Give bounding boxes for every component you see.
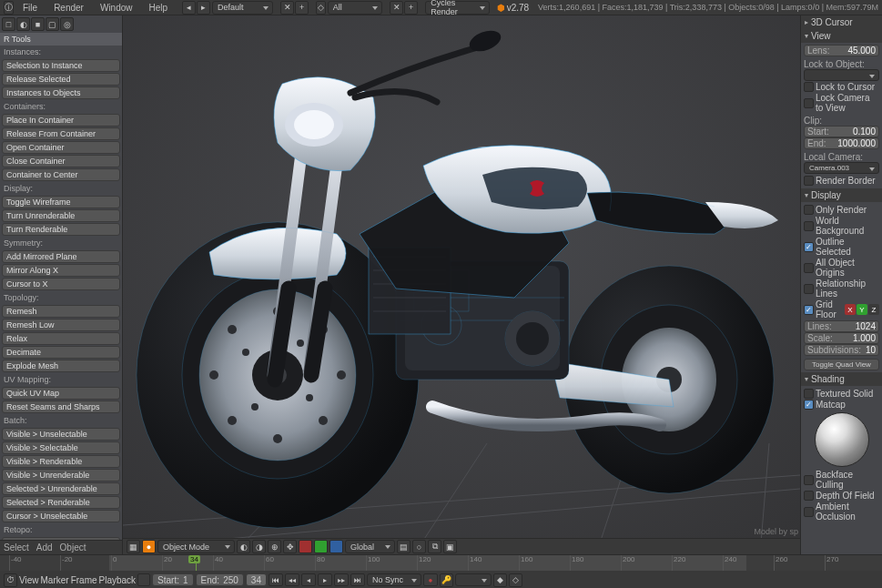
dof-check[interactable]: [804, 491, 814, 501]
orientation-dropdown[interactable]: Global: [345, 540, 395, 553]
shading-solid-icon[interactable]: ◐: [237, 540, 250, 553]
tl-menu-frame[interactable]: Frame: [71, 575, 97, 585]
delete-scene-icon[interactable]: ✕: [390, 1, 403, 15]
insert-key-icon[interactable]: ◆: [493, 573, 507, 587]
op-button[interactable]: Turn Renderable: [2, 223, 120, 236]
op-button[interactable]: Mirror Along X: [2, 264, 120, 277]
op-button[interactable]: Instances to Objects: [2, 86, 120, 99]
menu-help[interactable]: Help: [142, 2, 176, 14]
matcap-preview[interactable]: [815, 412, 869, 467]
fwd-icon[interactable]: ▸: [197, 1, 210, 15]
snap-icon[interactable]: ⧉: [428, 540, 441, 553]
start-frame-field[interactable]: Start:1: [152, 573, 193, 586]
op-button[interactable]: Toggle Wireframe: [2, 196, 120, 208]
outline-sel-check[interactable]: [804, 242, 814, 252]
clip-start-field[interactable]: Start:0.100: [804, 126, 879, 137]
axis-x-icon[interactable]: [299, 540, 312, 553]
op-button[interactable]: Place In Container: [2, 114, 120, 127]
grid-lines-field[interactable]: Lines:1024: [804, 320, 879, 332]
op-button[interactable]: Quick UV Map: [2, 387, 120, 400]
axis-z-toggle[interactable]: Z: [868, 304, 879, 315]
op-button[interactable]: Selected > Renderable: [2, 496, 120, 509]
op-button[interactable]: Release Selected: [2, 73, 120, 86]
back-icon[interactable]: ◂: [182, 1, 196, 15]
axis-z-icon[interactable]: [329, 540, 343, 553]
3d-viewport[interactable]: ▦ ● Object Mode ◐ ◑ ⊕ ✥ Global ▤ ○ ⧉ ▣ M…: [123, 15, 800, 554]
axis-x-toggle[interactable]: X: [845, 304, 856, 315]
footer-menu[interactable]: Select: [4, 542, 29, 553]
delete-layout-icon[interactable]: ✕: [280, 1, 294, 15]
tool-icon[interactable]: ◎: [60, 17, 74, 31]
play-rev-icon[interactable]: ◂: [301, 573, 316, 586]
delete-key-icon[interactable]: ◇: [509, 573, 522, 587]
op-button[interactable]: Visible > Unselectable: [2, 428, 120, 441]
range-toggle[interactable]: [137, 573, 150, 586]
op-button[interactable]: Relax: [2, 332, 120, 345]
jump-end-icon[interactable]: ⏭: [350, 573, 365, 586]
menu-file[interactable]: File: [15, 2, 45, 14]
render-region-icon[interactable]: ▣: [443, 540, 457, 553]
layers-icon[interactable]: ▤: [397, 540, 411, 553]
section-display[interactable]: Display: [801, 188, 882, 202]
op-button[interactable]: Visible > Selectable: [2, 441, 120, 454]
scene-browse-icon[interactable]: ◇: [316, 1, 326, 15]
world-bg-check[interactable]: [804, 221, 814, 231]
op-button[interactable]: Reset Seams and Sharps: [2, 400, 120, 413]
editor-type-icon[interactable]: ⏱: [4, 573, 17, 587]
tool-icon[interactable]: ■: [31, 17, 45, 31]
textured-solid-check[interactable]: [804, 389, 814, 399]
tl-menu-marker[interactable]: Marker: [41, 575, 69, 585]
backface-check[interactable]: [804, 475, 814, 485]
tool-icon[interactable]: □: [2, 17, 15, 31]
axis-y-toggle[interactable]: Y: [857, 304, 867, 315]
axis-y-icon[interactable]: [314, 540, 328, 553]
mode-dropdown[interactable]: Object Mode: [157, 540, 235, 553]
proportional-icon[interactable]: ○: [412, 540, 426, 553]
rel-lines-check[interactable]: [804, 284, 814, 294]
editor-type-icon[interactable]: ▦: [127, 540, 140, 553]
screen-layout-dropdown[interactable]: Default: [212, 1, 273, 15]
op-button[interactable]: Remesh Low: [2, 319, 120, 331]
keyframe-next-icon[interactable]: ▸▸: [334, 573, 349, 586]
lock-object-field[interactable]: [804, 69, 879, 81]
add-layout-icon[interactable]: +: [295, 1, 309, 15]
keying-set-icon[interactable]: 🔑: [440, 573, 453, 587]
local-cam-field[interactable]: Camera.003: [804, 162, 879, 174]
rtools-header[interactable]: R Tools: [0, 33, 122, 46]
menu-window[interactable]: Window: [93, 2, 140, 14]
op-button[interactable]: Turn Unrenderable: [2, 209, 120, 222]
section-shading[interactable]: Shading: [801, 372, 882, 386]
play-icon[interactable]: ▸: [318, 573, 332, 586]
grid-scale-field[interactable]: Scale:1.000: [804, 332, 879, 344]
add-scene-icon[interactable]: +: [404, 1, 418, 15]
tool-icon[interactable]: ◐: [16, 17, 30, 31]
toggle-quad-button[interactable]: Toggle Quad View: [804, 359, 879, 370]
menu-render[interactable]: Render: [46, 2, 91, 14]
autokey-icon[interactable]: ●: [423, 573, 438, 586]
op-button[interactable]: Selection to Instance: [2, 59, 120, 72]
sync-dropdown[interactable]: No Sync: [367, 573, 421, 586]
op-button[interactable]: Cursor to X: [2, 278, 120, 290]
footer-menu[interactable]: Object: [60, 542, 86, 553]
op-button[interactable]: Visible > Unrenderable: [2, 469, 120, 482]
render-border-check[interactable]: [804, 176, 814, 186]
keyframe-prev-icon[interactable]: ◂◂: [285, 573, 299, 586]
all-origins-check[interactable]: [804, 263, 814, 273]
op-button[interactable]: Selected > Unrenderable: [2, 482, 120, 495]
tl-menu-view[interactable]: View: [19, 575, 39, 585]
op-button[interactable]: Close Container: [2, 155, 120, 167]
ao-check[interactable]: [804, 507, 814, 517]
render-engine-dropdown[interactable]: Cycles Render: [425, 1, 489, 15]
op-button[interactable]: Open Container: [2, 141, 120, 154]
op-button[interactable]: Visible > Renderable: [2, 455, 120, 468]
footer-menu[interactable]: Add: [36, 542, 53, 553]
mode-icon[interactable]: ●: [142, 540, 156, 553]
section-view[interactable]: View: [801, 29, 882, 43]
section-3d-cursor[interactable]: 3D Cursor: [801, 15, 882, 29]
manip-icon[interactable]: ✥: [283, 540, 297, 553]
lens-field[interactable]: Lens:45.000: [804, 45, 879, 56]
timeline-ruler[interactable]: 34 -40-200204060801001201401601802002202…: [0, 555, 882, 571]
playhead[interactable]: 34: [196, 555, 197, 571]
lock-cursor-check[interactable]: [804, 82, 814, 92]
op-button[interactable]: Decimate: [2, 346, 120, 359]
